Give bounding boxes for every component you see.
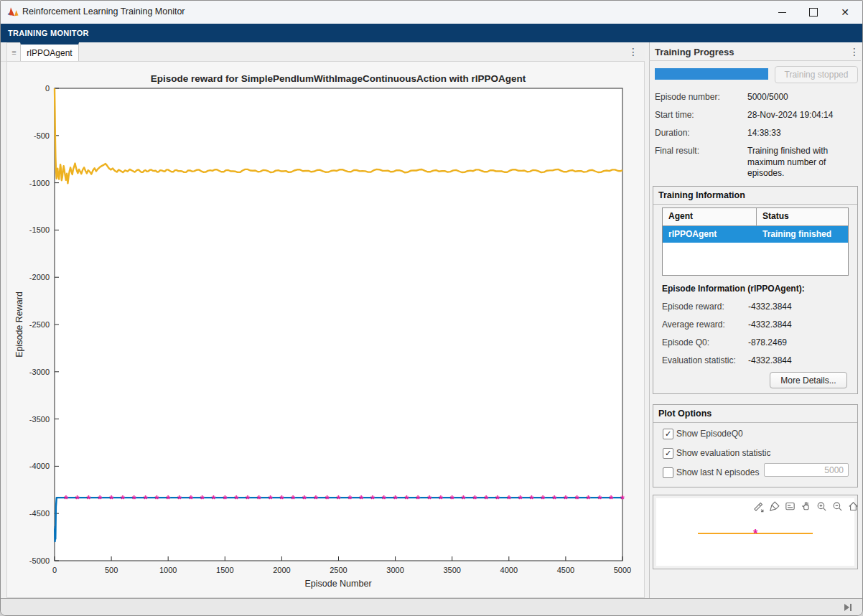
svg-text:0: 0 <box>45 84 50 93</box>
evaluation-marker: * <box>587 493 591 505</box>
ribbon-tab-training-monitor[interactable]: TRAINING MONITOR <box>8 29 89 37</box>
cell-status: Training finished <box>757 226 848 243</box>
tab-options-menu-icon[interactable]: ⋮ <box>628 47 638 57</box>
svg-text:-4500: -4500 <box>29 509 50 518</box>
evaluation-marker: * <box>439 493 443 505</box>
close-button[interactable]: ✕ <box>829 1 861 24</box>
section-title: Plot Options <box>658 409 712 419</box>
field-label: Final result: <box>655 146 699 156</box>
field-label: Start time: <box>655 110 694 120</box>
table-row[interactable]: rlPPOAgent Training finished <box>663 226 848 243</box>
svg-text:2500: 2500 <box>330 566 347 574</box>
field-value: 14:38:33 <box>747 128 781 138</box>
col-header-agent: Agent <box>663 208 757 225</box>
evaluation-marker: * <box>121 493 125 505</box>
app-window: Reinforcement Learning Training Monitor … <box>0 0 863 616</box>
evaluation-marker: * <box>325 493 330 505</box>
minimize-button[interactable] <box>766 1 798 24</box>
chart-xlabel: Episode Number <box>304 579 371 589</box>
evaluation-marker: * <box>541 493 545 505</box>
svg-text:4000: 4000 <box>500 566 518 574</box>
evaluation-marker: * <box>132 493 136 505</box>
evaluation-marker: * <box>370 493 375 505</box>
svg-text:0: 0 <box>52 566 57 574</box>
matlab-logo-icon <box>6 6 19 19</box>
field-label: Episode number: <box>655 92 720 102</box>
checkbox-label: Show last N episodes <box>676 467 759 477</box>
more-details-label: More Details... <box>780 375 836 386</box>
expand-toolstrip-icon[interactable] <box>842 602 854 613</box>
evaluation-marker: * <box>269 493 273 505</box>
svg-text:3500: 3500 <box>443 566 460 574</box>
evaluation-marker: * <box>246 493 250 505</box>
evaluation-marker: * <box>552 493 556 505</box>
svg-text:5000: 5000 <box>614 566 631 574</box>
stat-value: -4332.3844 <box>748 355 792 365</box>
agent-status-table[interactable]: Agent Status rlPPOAgent Training finishe… <box>662 207 849 276</box>
evaluation-marker: * <box>530 493 534 505</box>
tab-list-icon[interactable]: ≡ <box>6 42 22 62</box>
svg-text:-3000: -3000 <box>29 368 50 376</box>
evaluation-marker: * <box>144 493 148 505</box>
svg-text:-1500: -1500 <box>29 225 50 234</box>
evaluation-marker: * <box>75 493 80 505</box>
evaluation-marker: * <box>495 493 500 505</box>
evaluation-marker: * <box>416 493 420 505</box>
evaluation-marker: * <box>314 493 318 505</box>
evaluation-marker: * <box>234 493 238 505</box>
svg-text:-2000: -2000 <box>29 273 50 281</box>
svg-text:2000: 2000 <box>273 566 290 574</box>
section-title: Training Information <box>658 190 745 200</box>
more-details-button[interactable]: More Details... <box>770 372 847 388</box>
stat-label: Average reward: <box>662 319 725 330</box>
checkbox-label: Show evaluation statistic <box>676 448 770 458</box>
svg-text:1000: 1000 <box>159 566 177 574</box>
evaluation-marker: * <box>177 493 182 505</box>
show-evaluation-statistic-checkbox[interactable]: ✓ <box>663 448 673 459</box>
checkbox-label: Show EpisodeQ0 <box>676 429 743 439</box>
evaluation-marker: * <box>98 493 102 505</box>
evaluation-marker: * <box>575 493 579 505</box>
evaluation-marker: * <box>302 493 307 505</box>
title-bar: Reinforcement Learning Training Monitor … <box>1 1 862 24</box>
episode-reward-chart[interactable]: Episode reward for SimplePendlumWithImag… <box>6 61 645 598</box>
evaluation-marker: * <box>337 493 341 505</box>
svg-text:-5000: -5000 <box>29 556 50 565</box>
svg-text:1500: 1500 <box>216 566 233 574</box>
svg-text:-2500: -2500 <box>29 320 50 329</box>
evaluation-marker: * <box>200 493 205 505</box>
svg-text:-500: -500 <box>34 131 50 140</box>
svg-text:-1000: -1000 <box>29 179 50 187</box>
evaluation-marker: * <box>154 493 159 505</box>
svg-text:500: 500 <box>105 566 118 574</box>
field-value: Training finished with maximum number of… <box>747 146 857 179</box>
cell-agent: rlPPOAgent <box>663 226 757 243</box>
progress-fill <box>655 68 768 80</box>
maximize-button[interactable] <box>798 1 829 24</box>
evaluation-marker: * <box>189 493 193 505</box>
mini-plot-canvas: * <box>656 498 854 566</box>
n-episodes-input[interactable] <box>764 463 849 477</box>
panel-options-menu-icon[interactable]: ⋮ <box>849 47 859 57</box>
mini-eval-marker: * <box>753 528 758 540</box>
maximize-icon <box>809 8 818 17</box>
show-last-n-episodes-checkbox[interactable] <box>663 467 673 478</box>
stat-label: Episode reward: <box>662 302 724 312</box>
evaluation-marker: * <box>609 493 613 505</box>
svg-text:4500: 4500 <box>557 566 574 574</box>
field-label: Duration: <box>655 128 690 138</box>
evaluation-marker: * <box>472 493 477 505</box>
status-bar <box>1 598 862 615</box>
document-tab-bar <box>1 42 645 62</box>
episode-info-title: Episode Information (rlPPOAgent): <box>662 284 805 294</box>
training-stopped-button[interactable]: Training stopped <box>775 66 858 83</box>
evaluation-marker: * <box>484 493 488 505</box>
evaluation-marker: * <box>382 493 386 505</box>
evaluation-marker: * <box>109 493 113 505</box>
show-episodeq0-checkbox[interactable]: ✓ <box>663 429 673 439</box>
tab-rlppoagent[interactable]: rlPPOAgent <box>20 42 79 61</box>
minimize-icon <box>778 12 786 13</box>
ribbon-bar: TRAINING MONITOR <box>1 24 862 42</box>
evaluation-marker: * <box>279 493 284 505</box>
evaluation-marker: * <box>564 493 568 505</box>
